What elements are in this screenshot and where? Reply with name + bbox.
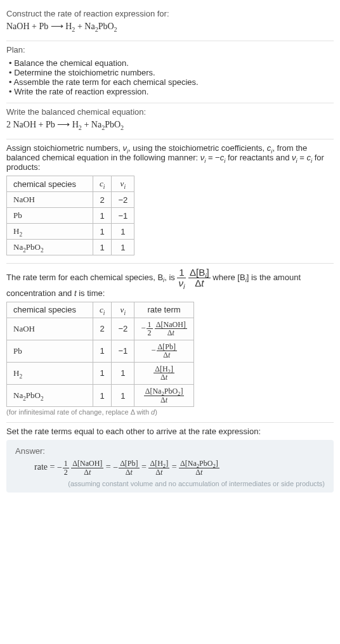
cell-rateterm: Δ[H2]Δt xyxy=(134,362,194,384)
table-header-row: chemical species ci νi rate term xyxy=(7,302,194,318)
cell-ci: 1 xyxy=(93,385,112,407)
cell-species: Pb xyxy=(7,340,93,362)
problem-statement: Construct the rate of reaction expressio… xyxy=(6,5,334,41)
table-row: Na2PbO2 1 1 Δ[Na2PbO2]Δt xyxy=(7,385,194,407)
answer-label: Answer: xyxy=(15,446,325,456)
cell-ci: 1 xyxy=(93,362,112,384)
table-row: H2 1 1 Δ[H2]Δt xyxy=(7,362,194,384)
col-ci: ci xyxy=(93,302,112,318)
cell-rateterm: Δ[Na2PbO2]Δt xyxy=(134,385,194,407)
cell-species: NaOH xyxy=(7,192,93,208)
col-ci: ci xyxy=(93,176,112,192)
cell-species: H2 xyxy=(7,362,93,384)
stoich-table: chemical species ci νi NaOH 2 −2 Pb 1 −1… xyxy=(6,176,134,255)
cell-rateterm: −Δ[Pb]Δt xyxy=(134,340,194,362)
col-species: chemical species xyxy=(7,176,93,192)
table-row: H2 1 1 xyxy=(7,224,134,240)
rateterm-table: chemical species ci νi rate term NaOH 2 … xyxy=(6,302,194,408)
cell-ci: 2 xyxy=(93,318,112,340)
plan-item: Determine the stoichiometric numbers. xyxy=(9,68,334,77)
unbalanced-equation: NaOH + Pb ⟶ H2 + Na2PbO2 xyxy=(6,18,334,34)
cell-rateterm: −12 Δ[NaOH]Δt xyxy=(134,318,194,340)
problem-heading: Construct the rate of reaction expressio… xyxy=(6,9,334,18)
cell-vi: 1 xyxy=(112,224,134,240)
stoich-text: Assign stoichiometric numbers, νi, using… xyxy=(6,143,334,172)
cell-species: Na2PbO2 xyxy=(7,385,93,407)
cell-ci: 1 xyxy=(93,208,112,224)
final-section: Set the rate terms equal to each other t… xyxy=(6,423,334,499)
table-header-row: chemical species ci νi xyxy=(7,176,134,192)
cell-vi: 1 xyxy=(112,385,134,407)
col-species: chemical species xyxy=(7,302,93,318)
cell-species: Na2PbO2 xyxy=(7,240,93,255)
answer-box: Answer: rate = −12 Δ[NaOH]Δt = −Δ[Pb]Δt … xyxy=(6,440,334,493)
cell-species: H2 xyxy=(7,224,93,240)
table-row: NaOH 2 −2 xyxy=(7,192,134,208)
cell-vi: −1 xyxy=(112,340,134,362)
cell-vi: −2 xyxy=(112,192,134,208)
rateterm-footnote: (for infinitesimal rate of change, repla… xyxy=(6,408,334,416)
col-vi: νi xyxy=(112,176,134,192)
rate-expression: rate = −12 Δ[NaOH]Δt = −Δ[Pb]Δt = Δ[H2]Δ… xyxy=(15,460,325,476)
table-row: Pb 1 −1 −Δ[Pb]Δt xyxy=(7,340,194,362)
cell-ci: 1 xyxy=(93,240,112,255)
balanced-equation: 2 NaOH + Pb ⟶ H2 + Na2PbO2 xyxy=(6,117,334,132)
rateterm-lead: The rate term for each chemical species,… xyxy=(6,267,334,298)
cell-vi: 1 xyxy=(112,240,134,255)
cell-species: Pb xyxy=(7,208,93,224)
cell-ci: 1 xyxy=(93,224,112,240)
stoich-section: Assign stoichiometric numbers, νi, using… xyxy=(6,139,334,264)
cell-ci: 1 xyxy=(93,340,112,362)
cell-ci: 2 xyxy=(93,192,112,208)
cell-vi: 1 xyxy=(112,362,134,384)
balanced-section: Write the balanced chemical equation: 2 … xyxy=(6,103,334,139)
table-row: Pb 1 −1 xyxy=(7,208,134,224)
plan-item: Write the rate of reaction expression. xyxy=(9,87,334,96)
balanced-heading: Write the balanced chemical equation: xyxy=(6,107,334,117)
answer-footnote: (assuming constant volume and no accumul… xyxy=(15,480,325,487)
plan-item: Assemble the rate term for each chemical… xyxy=(9,77,334,87)
table-row: Na2PbO2 1 1 xyxy=(7,240,134,255)
cell-vi: −2 xyxy=(112,318,134,340)
col-vi: νi xyxy=(112,302,134,318)
plan-list: Balance the chemical equation. Determine… xyxy=(6,58,334,96)
rateterm-section: The rate term for each chemical species,… xyxy=(6,264,334,423)
plan-item: Balance the chemical equation. xyxy=(9,58,334,68)
plan-heading: Plan: xyxy=(6,45,334,55)
col-rateterm: rate term xyxy=(134,302,194,318)
plan-section: Plan: Balance the chemical equation. Det… xyxy=(6,41,334,103)
final-lead: Set the rate terms equal to each other t… xyxy=(6,427,334,436)
cell-species: NaOH xyxy=(7,318,93,340)
cell-vi: −1 xyxy=(112,208,134,224)
table-row: NaOH 2 −2 −12 Δ[NaOH]Δt xyxy=(7,318,194,340)
